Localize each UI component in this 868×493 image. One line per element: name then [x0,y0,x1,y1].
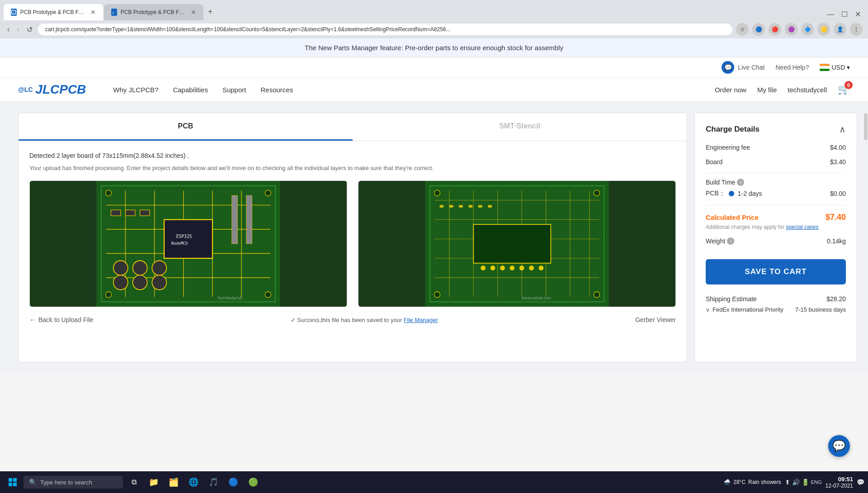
weather-condition: Rain showers [748,479,781,485]
taskbar-search[interactable]: 🔍 Type here to search [24,476,123,488]
currency-selector[interactable]: USD ▾ [820,64,850,71]
shipping-estimate-row: Shipping Estimate $28.20 [706,295,846,303]
extension-btn-2[interactable]: 🔴 [769,23,781,36]
chrome-button-1[interactable]: 🔵 [224,473,242,491]
close-button[interactable]: ✕ [853,8,863,20]
extension-btn-3[interactable]: 🟣 [785,23,797,36]
build-time-label: Build Time i [706,179,846,186]
clock-date: 12-07-2021 [826,483,853,489]
extension-btn-5[interactable]: 🟡 [817,23,830,36]
extension-btn-1[interactable]: 🔵 [752,23,765,36]
svg-rect-47 [439,205,443,207]
charge-collapse-icon[interactable]: ∧ [839,124,846,135]
taskbar: 🔍 Type here to search ⧉ 📁 🗂️ 🌐 🎵 🔵 🟢 🌧️ … [0,471,868,493]
cart-button[interactable]: 🛒 0 [838,84,850,95]
calculated-price-section: Calculated Price $7.40 Additional charge… [706,213,846,230]
extension-btn-4[interactable]: 🔷 [801,23,814,36]
pcb-top-layer-svg: ESP32S NodeMCU [30,181,347,307]
task-view-icon: ⧉ [132,478,137,486]
weather-info: 🌧️ 28°C Rain showers [724,479,781,485]
maximize-button[interactable]: ☐ [840,8,849,20]
svg-point-25 [152,275,166,290]
nav-resources[interactable]: Resources [260,86,293,94]
svg-point-23 [113,275,128,290]
engineering-fee-row: Engineering fee $4.00 [706,144,846,151]
fedex-chevron-icon[interactable]: ∨ [706,307,710,313]
board-fee-row: Board $3.40 [706,158,846,166]
charge-header: Charge Details ∧ [706,124,846,135]
back-nav-button[interactable]: ‹ [5,24,11,35]
sys-icons: ⬆ 🔊 🔋 ENG [785,479,822,486]
network-icon[interactable]: ⬆ [785,479,790,486]
tab-close-1[interactable]: ✕ [90,9,96,16]
board-label: Board [706,158,722,166]
nav-capabilities[interactable]: Capabilities [173,86,208,94]
tab-title-1: PCB Prototype & PCB Fabricatio... [20,9,87,15]
build-time-info-icon[interactable]: i [737,179,744,186]
svg-rect-19 [140,210,150,216]
address-bar-row: ‹ › ↺ ☆ 🔵 🔴 🟣 🔷 🟡 👤 ⋮ [0,20,868,38]
minimize-button[interactable]: — [825,9,836,20]
svg-rect-67 [13,478,17,482]
task-view-button[interactable]: ⧉ [125,473,143,491]
back-to-upload-link[interactable]: ← Back to Upload File [29,316,93,323]
browser-actions: ☆ 🔵 🔴 🟣 🔷 🟡 👤 ⋮ [736,23,863,36]
menu-button[interactable]: ⋮ [850,23,863,36]
svg-point-22 [152,261,166,275]
pcb-build-label: PCB： 1-2 days [706,190,762,198]
svg-text:NodeMCU: NodeMCU [171,241,188,246]
speaker-icon[interactable]: 🔊 [792,479,800,486]
scrollbar[interactable] [864,113,868,140]
svg-point-30 [106,292,112,298]
logo[interactable]: @LC JLCPCB [18,82,86,97]
bookmark-button[interactable]: ☆ [736,23,749,36]
chrome-button-2[interactable]: 🟢 [244,473,262,491]
weight-row: Weight i 0.14kg [706,237,846,245]
vlc-icon: 🎵 [208,477,218,487]
nav-why-jlcpcb[interactable]: Why JLCPCB? [113,86,158,94]
my-file-link[interactable]: My file [757,86,777,94]
config-tabs: PCB SMT·Stencil [19,113,687,141]
nav-support[interactable]: Support [222,86,246,94]
notification-icon[interactable]: 💬 [857,479,864,486]
special-cases-link[interactable]: special cases [786,224,818,230]
taskbar-time[interactable]: 09:51 12-07-2021 [826,476,853,489]
file-manager-link[interactable]: File Manager [404,317,438,323]
tab-close-2[interactable]: ✕ [191,9,196,16]
browser-tab-1[interactable]: J PCB Prototype & PCB Fabricatio... ✕ [4,4,103,20]
pcb-build-row: PCB： 1-2 days $0.00 [706,190,846,198]
save-to-cart-button[interactable]: SAVE TO CART [706,259,846,284]
svg-point-61 [434,190,440,196]
browser-tab-2[interactable]: J PCB Prototype & PCB Fabricatio... ✕ [104,4,203,20]
windows-start-button[interactable] [4,473,22,491]
weight-info-icon[interactable]: i [727,237,734,245]
address-input[interactable] [38,24,732,35]
tab-pcb[interactable]: PCB [19,113,353,141]
success-message: ✓ Success,this file has been saved to yo… [291,317,438,323]
gerber-viewer-link[interactable]: Gerber Viewer [635,316,676,323]
file-explorer-button[interactable]: 📁 [145,473,163,491]
config-area: PCB SMT·Stencil Detected 2 layer board o… [18,113,687,362]
profile-button[interactable]: 👤 [834,23,846,36]
username-button[interactable]: techstudycell [788,86,827,94]
need-help-link[interactable]: Need Help? [776,64,809,71]
refresh-button[interactable]: ↺ [25,24,34,36]
tab-smt-stencil[interactable]: SMT·Stencil [353,113,687,141]
shipping-label: Shipping Estimate [706,295,757,303]
forward-nav-button[interactable]: › [15,24,21,35]
chat-bubble-button[interactable]: 💬 [828,435,850,457]
battery-icon[interactable]: 🔋 [802,479,809,486]
folder-button[interactable]: 🗂️ [165,473,183,491]
vlc-button[interactable]: 🎵 [204,473,222,491]
order-now-link[interactable]: Order now [715,86,746,94]
browser-taskbar-icon[interactable]: 🌐 [184,473,203,491]
chat-bubble-icon: 💬 [832,440,846,452]
top-banner: The New Parts Manager feature: Pre-order… [0,38,868,57]
build-time-section: Build Time i PCB： 1-2 days $0.00 [706,179,846,198]
new-tab-button[interactable]: + [204,4,217,20]
svg-rect-50 [469,205,473,207]
weather-temp: 28°C [733,479,745,485]
file-explorer-icon: 📁 [149,477,159,487]
keyboard-icon[interactable]: ENG [811,479,822,485]
live-chat-button[interactable]: 💬 Live Chat [722,61,764,74]
